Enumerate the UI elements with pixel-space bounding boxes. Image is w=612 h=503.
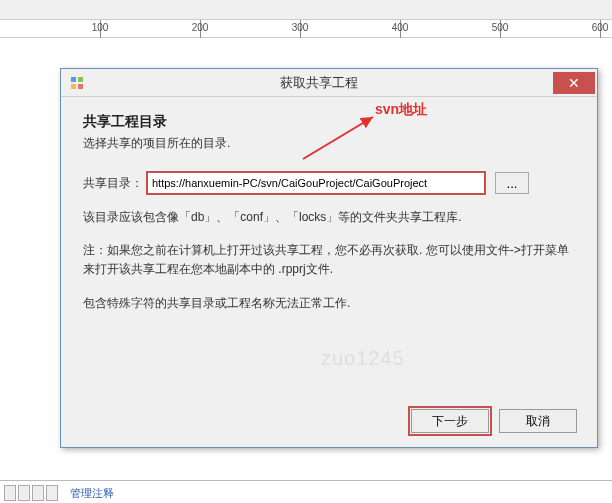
nav-segment[interactable]	[46, 485, 58, 501]
horizontal-ruler: 100 200 300 400 500 600	[0, 20, 612, 38]
next-button[interactable]: 下一步	[411, 409, 489, 433]
info-line-1: 该目录应该包含像「db」、「conf」、「locks」等的文件夹共享工程库.	[83, 208, 575, 227]
bottom-divider	[0, 480, 612, 481]
svg-rect-1	[78, 77, 83, 82]
dialog-body: 共享工程目录 选择共享的项目所在的目录. svn地址 共享目录： ... 该目录…	[61, 97, 597, 339]
svg-rect-0	[71, 77, 76, 82]
watermark-text: zuo1245	[321, 347, 405, 370]
close-button[interactable]: ✕	[553, 72, 595, 94]
section-subtext: 选择共享的项目所在的目录.	[83, 135, 575, 152]
cancel-button[interactable]: 取消	[499, 409, 577, 433]
browse-button[interactable]: ...	[495, 172, 529, 194]
svg-rect-2	[71, 84, 76, 89]
dialog-titlebar: 获取共享工程 ✕	[61, 69, 597, 97]
manage-notes-link[interactable]: 管理注释	[70, 486, 114, 501]
toolbar-strip	[0, 0, 612, 20]
info-line-3: 包含特殊字符的共享目录或工程名称无法正常工作.	[83, 294, 575, 313]
close-icon: ✕	[568, 75, 580, 91]
nav-segment[interactable]	[32, 485, 44, 501]
url-label: 共享目录：	[83, 175, 143, 192]
nav-segment[interactable]	[18, 485, 30, 501]
get-shared-project-dialog: 获取共享工程 ✕ 共享工程目录 选择共享的项目所在的目录. svn地址 共享目录…	[60, 68, 598, 448]
svg-rect-3	[78, 84, 83, 89]
url-row: 共享目录： ...	[83, 172, 575, 194]
shared-directory-input[interactable]	[147, 172, 485, 194]
bottom-area: 管理注释	[0, 461, 612, 503]
annotation-svn-label: svn地址	[375, 101, 427, 119]
dialog-title: 获取共享工程	[85, 74, 553, 92]
dialog-buttons: 下一步 取消	[411, 409, 577, 433]
app-icon	[69, 75, 85, 91]
info-line-2: 注：如果您之前在计算机上打开过该共享工程，您不必再次获取. 您可以使用文件->打…	[83, 241, 575, 279]
section-heading: 共享工程目录	[83, 113, 575, 131]
nav-segment[interactable]	[4, 485, 16, 501]
bottom-controls: 管理注释	[4, 485, 114, 501]
